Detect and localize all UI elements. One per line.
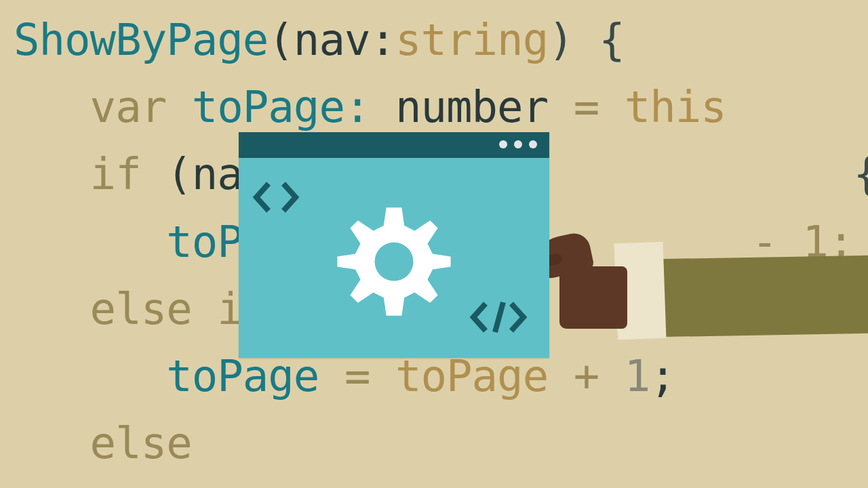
code-colon: : (370, 15, 395, 65)
svg-line-1 (495, 302, 503, 332)
code-rhs6: toPage (395, 351, 548, 401)
code-indent7 (14, 418, 90, 468)
code-kw-if: if (90, 149, 141, 199)
code-kw-else: else (90, 418, 192, 468)
window-body (239, 158, 549, 358)
code-kw-var: var (90, 82, 167, 132)
app-window (239, 132, 549, 358)
window-dot-icon (529, 140, 537, 148)
code-paren3: ( (141, 149, 192, 199)
code-var-name: toPage (166, 82, 344, 132)
window-dot-icon (514, 140, 522, 148)
code-indent3 (14, 149, 90, 199)
code-indent6 (14, 351, 166, 401)
window-titlebar (239, 132, 549, 158)
code-type-number: number (395, 82, 548, 132)
code-indent4 (14, 217, 166, 267)
code-num6: 1 (625, 351, 650, 401)
code-semi6: ; (650, 351, 675, 401)
code-lhs6: toPage (166, 351, 319, 401)
code-indent (14, 82, 90, 132)
code-paren: ( (268, 15, 294, 65)
code-brace: ) { (548, 15, 625, 65)
code-indent5 (14, 284, 90, 334)
code-func: ShowByPage (14, 15, 268, 65)
code-open-tag-icon (252, 178, 301, 216)
code-eq6: = (319, 351, 395, 401)
window-controls (499, 140, 537, 148)
arm-illustration (542, 217, 868, 336)
gear-icon (330, 197, 458, 326)
code-this: this (625, 82, 726, 132)
code-colon2: : (344, 82, 395, 132)
window-dot-icon (499, 140, 507, 148)
svg-point-0 (375, 243, 414, 281)
palm (559, 266, 627, 329)
hand (536, 236, 627, 332)
code-close-tag-icon (468, 296, 530, 339)
code-eq: = (548, 82, 625, 132)
code-op6: + (548, 351, 625, 401)
code-type: string (395, 15, 548, 65)
code-arg: nav (294, 15, 370, 65)
